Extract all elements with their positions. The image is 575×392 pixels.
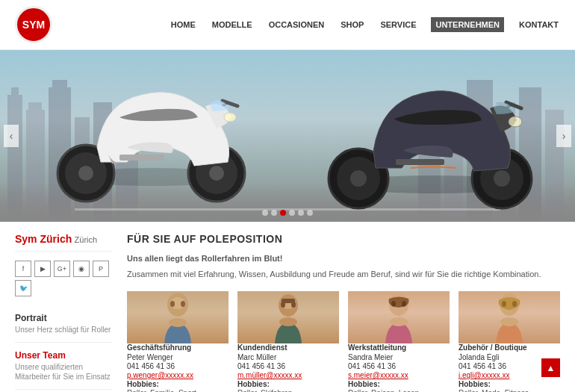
brand-info: Sym Zürich Zürich bbox=[15, 233, 97, 245]
svg-point-32 bbox=[494, 170, 510, 187]
team-name-3: Sandra Meier bbox=[348, 353, 450, 361]
svg-point-51 bbox=[391, 301, 396, 307]
svg-point-56 bbox=[502, 301, 506, 307]
team-role-4: Zubehör / Boutique bbox=[459, 343, 560, 352]
team-name-2: Marc Müller bbox=[237, 353, 339, 361]
svg-point-29 bbox=[350, 170, 367, 187]
team-role-2: Kundendienst bbox=[237, 343, 339, 352]
intro-line2: Zusammen mit viel Erfahrung, Wissen, Aus… bbox=[127, 268, 560, 281]
social-icons-row: f ▶ G+ ◉ P 🐦 bbox=[15, 261, 112, 296]
team-grid: Geschäftsführung Peter Wenger 041 456 41… bbox=[127, 291, 560, 392]
svg-point-21 bbox=[209, 166, 224, 181]
svg-point-39 bbox=[169, 318, 187, 327]
team-member-1: Geschäftsführung Peter Wenger 041 456 41… bbox=[127, 291, 229, 392]
team-hobbies-4: Roller, Mode, Fitness bbox=[459, 389, 560, 392]
hero-dot-6[interactable] bbox=[307, 210, 313, 216]
nav-item-kontakt[interactable]: KONTAKT bbox=[518, 17, 560, 32]
svg-point-18 bbox=[78, 166, 93, 181]
team-hobbies-label-2: Hobbies: bbox=[237, 380, 339, 388]
instagram-icon[interactable]: ◉ bbox=[73, 261, 90, 277]
svg-rect-3 bbox=[28, 102, 42, 113]
team-photo-4 bbox=[459, 291, 560, 343]
svg-point-47 bbox=[291, 302, 296, 308]
svg-rect-35 bbox=[396, 159, 444, 165]
sidebar-item-team-title: Unser Team bbox=[15, 350, 112, 361]
svg-point-50 bbox=[390, 317, 408, 326]
svg-rect-1 bbox=[11, 87, 19, 99]
svg-point-41 bbox=[181, 301, 185, 307]
team-phone-3: 041 456 41 36 bbox=[348, 362, 450, 370]
hero-next-button[interactable]: › bbox=[556, 125, 571, 147]
hero-banner: ‹ › bbox=[0, 50, 575, 222]
brand-name: Sym Zürich bbox=[15, 233, 72, 245]
team-photo-3 bbox=[348, 291, 450, 343]
nav-item-service[interactable]: SERVICE bbox=[379, 17, 417, 32]
nav-item-unternehmen[interactable]: UNTERNEHMEN bbox=[431, 17, 504, 32]
team-role-3: Werkstattleitung bbox=[348, 343, 450, 352]
svg-point-52 bbox=[402, 301, 406, 307]
team-photo-2 bbox=[237, 291, 339, 343]
team-phone-2: 041 456 41 36 bbox=[237, 362, 339, 370]
brand-social-row: Sym Zürich Zürich bbox=[15, 233, 112, 252]
team-hobbies-3: Roller, Reisen, Lesen bbox=[348, 389, 450, 392]
svg-point-40 bbox=[170, 301, 175, 307]
main-content: FÜR SIE AUF POLEPOSITION Uns allen liegt… bbox=[127, 233, 560, 392]
hero-dot-3[interactable] bbox=[280, 210, 286, 216]
twitter-icon[interactable]: 🐦 bbox=[15, 280, 31, 296]
pinterest-icon[interactable]: P bbox=[93, 261, 109, 277]
hero-dots bbox=[262, 210, 313, 216]
sidebar-item-portrait[interactable]: Portrait Unser Herz schlägt für Roller bbox=[15, 305, 112, 343]
team-hobbies-2: Roller, Skifahren bbox=[237, 389, 339, 392]
svg-point-25 bbox=[224, 113, 236, 122]
facebook-icon[interactable]: f bbox=[15, 261, 31, 277]
hero-prev-button[interactable]: ‹ bbox=[4, 125, 19, 147]
team-hobbies-label-3: Hobbies: bbox=[348, 380, 450, 388]
sidebar-item-portrait-title: Portrait bbox=[15, 313, 112, 323]
scroll-to-top-button[interactable]: ▲ bbox=[541, 358, 560, 377]
team-photo-1 bbox=[127, 291, 229, 343]
section-title: FÜR SIE AUF POLEPOSITION bbox=[127, 233, 560, 245]
sidebar-nav: Portrait Unser Herz schlägt für Roller U… bbox=[15, 305, 112, 392]
brand-location: Zürich bbox=[75, 235, 98, 244]
team-name-1: Peter Wenger bbox=[127, 353, 229, 361]
svg-point-57 bbox=[512, 301, 517, 307]
team-phone-1: 041 456 41 36 bbox=[127, 362, 229, 370]
nav-item-home[interactable]: HOME bbox=[170, 17, 197, 32]
intro-text: Uns allen liegt das Rollerfahren im Blut… bbox=[127, 252, 560, 280]
team-role-1: Geschäftsführung bbox=[127, 343, 229, 352]
content-area: Sym Zürich Zürich f ▶ G+ ◉ P 🐦 Portrait … bbox=[0, 222, 575, 392]
dark-scooter bbox=[314, 57, 553, 218]
svg-point-55 bbox=[500, 317, 518, 326]
svg-point-44 bbox=[279, 317, 297, 326]
svg-point-46 bbox=[281, 302, 285, 308]
sidebar-item-team[interactable]: Unser Team Unsere qualifizierten Mitarbe… bbox=[15, 343, 112, 390]
logo[interactable]: SYM bbox=[15, 6, 52, 43]
main-nav: HOMEMODELLEOCCASIONENSHOPSERVICEUNTERNEH… bbox=[170, 17, 560, 32]
sidebar-item-team-desc: Unsere qualifizierten Mitarbeiter für Si… bbox=[15, 362, 112, 382]
team-member-3: Werkstattleitung Sandra Meier 041 456 41… bbox=[348, 291, 450, 392]
team-email-2[interactable]: m.müller@xxxxx.xx bbox=[237, 371, 339, 379]
team-email-3[interactable]: s.meier@xxxxx.xx bbox=[348, 371, 450, 379]
team-member-2: Kundendienst Marc Müller 041 456 41 36 m… bbox=[237, 291, 339, 392]
youtube-icon[interactable]: ▶ bbox=[34, 261, 51, 277]
sidebar: Sym Zürich Zürich f ▶ G+ ◉ P 🐦 Portrait … bbox=[15, 233, 112, 392]
hero-dot-1[interactable] bbox=[262, 210, 268, 216]
team-email-1[interactable]: p.wenger@xxxxx.xx bbox=[127, 371, 229, 379]
nav-item-occasionen[interactable]: OCCASIONEN bbox=[267, 17, 326, 32]
team-hobbies-1: Roller, Familie, Sport bbox=[127, 389, 229, 392]
svg-rect-24 bbox=[119, 155, 164, 161]
googleplus-icon[interactable]: G+ bbox=[54, 261, 70, 277]
sidebar-item-portrait-desc: Unser Herz schlägt für Roller bbox=[15, 325, 112, 335]
header: SYM HOMEMODELLEOCCASIONENSHOPSERVICEUNTE… bbox=[0, 0, 575, 50]
hero-dot-4[interactable] bbox=[289, 210, 295, 216]
team-hobbies-label-1: Hobbies: bbox=[127, 380, 229, 388]
team-hobbies-label-4: Hobbies: bbox=[459, 380, 560, 388]
hero-dot-2[interactable] bbox=[271, 210, 277, 216]
logo-text: SYM bbox=[22, 19, 45, 31]
nav-item-modelle[interactable]: MODELLE bbox=[211, 17, 254, 32]
intro-line1: Uns allen liegt das Rollerfahren im Blut… bbox=[127, 252, 560, 265]
hero-dot-5[interactable] bbox=[298, 210, 304, 216]
white-scooter bbox=[45, 57, 261, 214]
nav-item-shop[interactable]: SHOP bbox=[339, 17, 365, 32]
svg-point-36 bbox=[509, 116, 522, 127]
